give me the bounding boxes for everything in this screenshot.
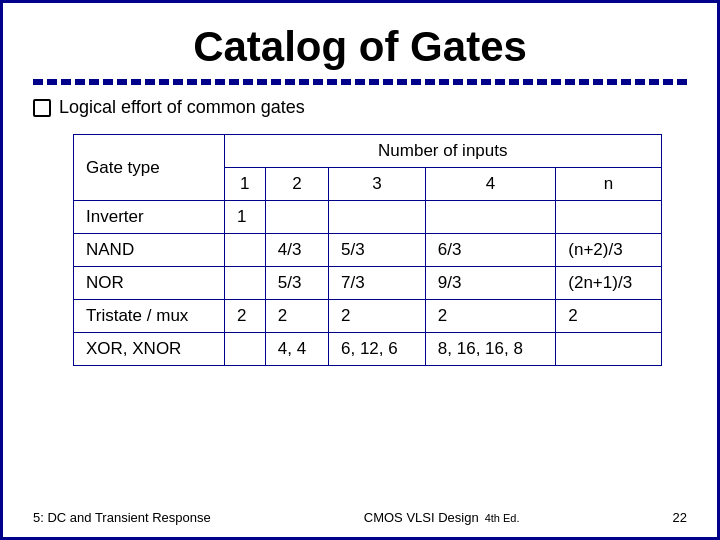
col-4-header: 4: [425, 168, 555, 201]
checkbox-icon: [33, 99, 51, 117]
bullet-text: Logical effort of common gates: [59, 97, 305, 118]
col-2-header: 2: [265, 168, 328, 201]
cell-3-1: [224, 267, 265, 300]
number-of-inputs-header: Number of inputs: [224, 135, 661, 168]
footer-edition: 4th Ed.: [485, 512, 520, 524]
cell-5-n: [556, 333, 661, 366]
cell-5-1: [224, 333, 265, 366]
cell-2-1: [224, 234, 265, 267]
gates-table: Gate type Number of inputs 1 2 3 4 n Inv…: [73, 134, 662, 366]
cell-1-3: [329, 201, 426, 234]
cell-4-3: 2: [329, 300, 426, 333]
table-row: XOR, XNOR 4, 4 6, 12, 6 8, 16, 16, 8: [74, 333, 662, 366]
gate-type-header: Gate type: [74, 135, 225, 201]
table-row: Inverter 1: [74, 201, 662, 234]
footer-center: CMOS VLSI Design 4th Ed.: [364, 510, 520, 525]
cell-2-n: (n+2)/3: [556, 234, 661, 267]
gate-name: XOR, XNOR: [74, 333, 225, 366]
cell-4-2: 2: [265, 300, 328, 333]
gate-name: Inverter: [74, 201, 225, 234]
cell-5-3: 6, 12, 6: [329, 333, 426, 366]
cell-2-3: 5/3: [329, 234, 426, 267]
cell-5-4: 8, 16, 16, 8: [425, 333, 555, 366]
gate-name: NOR: [74, 267, 225, 300]
footer: 5: DC and Transient Response CMOS VLSI D…: [3, 510, 717, 525]
cell-4-1: 2: [224, 300, 265, 333]
gate-name: Tristate / mux: [74, 300, 225, 333]
bullet-item: Logical effort of common gates: [33, 97, 687, 118]
cell-2-2: 4/3: [265, 234, 328, 267]
col-3-header: 3: [329, 168, 426, 201]
page-title: Catalog of Gates: [33, 23, 687, 71]
col-n-header: n: [556, 168, 661, 201]
col-1-header: 1: [224, 168, 265, 201]
cell-1-n: [556, 201, 661, 234]
cell-1-2: [265, 201, 328, 234]
table-row: NAND 4/3 5/3 6/3 (n+2)/3: [74, 234, 662, 267]
cell-3-3: 7/3: [329, 267, 426, 300]
cell-4-n: 2: [556, 300, 661, 333]
cell-1-4: [425, 201, 555, 234]
footer-left: 5: DC and Transient Response: [33, 510, 211, 525]
cell-1-1: 1: [224, 201, 265, 234]
table-row: NOR 5/3 7/3 9/3 (2n+1)/3: [74, 267, 662, 300]
divider: [33, 79, 687, 85]
cell-2-4: 6/3: [425, 234, 555, 267]
footer-book-title: CMOS VLSI Design: [364, 510, 479, 525]
cell-3-2: 5/3: [265, 267, 328, 300]
footer-page: 22: [673, 510, 687, 525]
cell-5-2: 4, 4: [265, 333, 328, 366]
slide: Catalog of Gates Logical effort of commo…: [0, 0, 720, 540]
cell-3-4: 9/3: [425, 267, 555, 300]
table-header-row: Gate type Number of inputs: [74, 135, 662, 168]
cell-4-4: 2: [425, 300, 555, 333]
table-row: Tristate / mux 2 2 2 2 2: [74, 300, 662, 333]
cell-3-n: (2n+1)/3: [556, 267, 661, 300]
gate-name: NAND: [74, 234, 225, 267]
